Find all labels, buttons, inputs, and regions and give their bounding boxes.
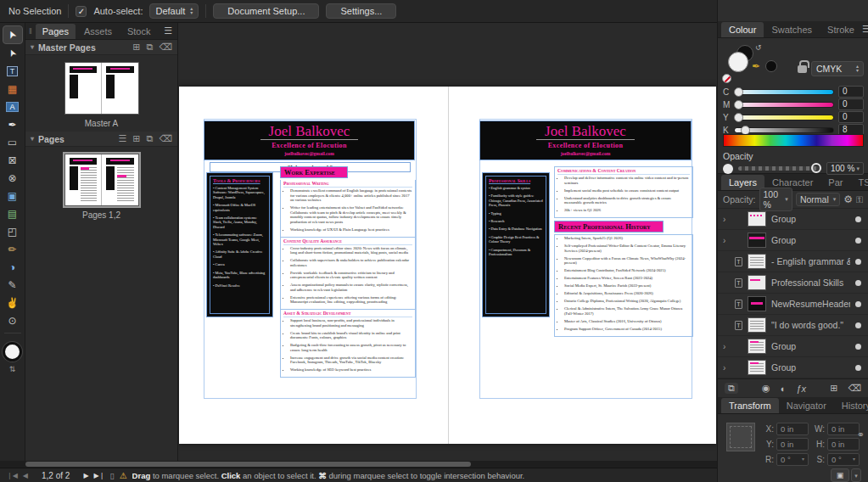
layer-row[interactable]: › T - English grammar & synta [718,251,868,272]
shear-input[interactable]: 0 °▾ [827,453,860,466]
rectangle-tool[interactable]: ▭ [3,133,23,151]
expand-chevron-icon[interactable]: › [723,342,730,351]
pages-section-header[interactable]: ▾ Pages ☰ ⊞ ⧉ ⌫ [25,132,177,147]
picture-frame-ellipse-tool[interactable]: ⊗ [3,169,23,187]
gear-icon[interactable]: ⚙ [843,193,853,205]
slider-value-field[interactable]: 0 [838,98,864,110]
tab-pages[interactable]: Pages [36,24,76,39]
tab-navigator[interactable]: Navigator [779,398,834,413]
document-canvas[interactable]: Joel Balkovec Excellence of Elocution jo… [178,23,717,461]
delete-layer-icon[interactable]: ⌫ [848,383,861,394]
tab-colour[interactable]: Colour [721,22,764,37]
frame-text-tool[interactable]: T [3,62,23,80]
layer-visibility-toggle[interactable] [855,322,861,328]
picked-colour-dot[interactable] [765,60,777,72]
lock-icon[interactable] [798,65,807,73]
slider-knob[interactable] [734,100,743,109]
layer-visibility-toggle[interactable] [855,301,861,307]
opacity-slider[interactable] [738,166,821,171]
opacity-value-dropdown[interactable]: 100 %▾ [826,162,864,175]
colour-mode-dropdown[interactable]: CMYK ▴▾ [811,61,864,76]
layer-visibility-toggle[interactable] [855,238,861,244]
bounds-mode-caret-icon[interactable]: ▾ [851,468,861,482]
layer-effects-icon[interactable]: ƒx [796,384,806,394]
move-tool[interactable]: ➤ [3,25,23,44]
add-master-icon[interactable]: ⊞ [132,42,140,53]
expand-chevron-icon[interactable]: › [723,215,730,224]
document-setup-button[interactable]: Document Setup... [213,3,319,19]
layer-row[interactable]: › T Group [718,209,868,230]
tab-transform[interactable]: Transform [721,398,779,413]
tab-paragraph[interactable]: Par [820,175,850,190]
last-page-button[interactable]: ▶❘ [94,472,105,479]
delete-page-icon[interactable]: ⌫ [159,133,172,144]
link-dimensions-icon[interactable]: ⚭ [857,429,865,440]
expand-chevron-icon[interactable]: › [723,363,730,373]
layer-row[interactable]: › T Group [718,230,868,251]
warning-icon[interactable]: ⚠ [120,471,127,480]
stock-image-tool[interactable]: ▤ [3,205,23,222]
spread-pages-1-2[interactable]: Joel Balkovec Excellence of Elocution jo… [179,87,716,444]
duplicate-page-icon[interactable]: ⧉ [147,133,154,144]
page1-header-frame[interactable]: Joel Balkovec Excellence of Elocution jo… [204,120,415,160]
artistic-text-tool[interactable]: A [3,98,23,115]
expand-chevron-icon[interactable]: › [723,236,730,245]
delete-master-icon[interactable]: ⌫ [159,42,172,53]
colour-spectrum-bar[interactable] [723,134,864,147]
tab-layers[interactable]: Layers [721,175,764,190]
slider-knob[interactable] [734,113,743,122]
preflight-page-icon[interactable]: ▯ [109,471,114,480]
disclosure-icon[interactable]: ▾ [31,43,34,51]
layer-row[interactable]: › T "I do words good." [718,315,868,336]
first-page-button[interactable]: ❘◀ [7,472,18,479]
tab-swatches[interactable]: Swatches [764,22,820,37]
insert-pages-icon[interactable]: ☰ [118,133,126,144]
slider-knob[interactable] [734,87,743,97]
node-tool[interactable]: ➤ [3,44,23,62]
layer-row[interactable]: › T Professional Skills [718,272,868,294]
tab-stroke[interactable]: Stroke [820,22,862,37]
opacity-swatch-icon[interactable] [723,164,733,174]
horizontal-scrollbar[interactable] [0,461,717,468]
y-input[interactable]: 0 in [776,438,809,451]
layer-visibility-toggle[interactable] [855,365,861,371]
page2-main-frame[interactable]: Communications & Content Creation Develo… [554,166,693,337]
page1-main-frame[interactable]: Work Expertise Professional Writing Demo… [280,166,416,378]
table-tool[interactable]: ▦ [3,80,23,98]
tab-history[interactable]: History [834,398,868,413]
master-pages-header[interactable]: ▾ Master Pages ⊞ ⧉ ⌫ [25,40,177,55]
duplicate-master-icon[interactable]: ⧉ [147,42,154,53]
auto-select-checkbox[interactable]: ✓ [76,6,87,17]
current-colour-swatch[interactable] [3,342,22,362]
new-layer-icon[interactable]: ⊞ [830,383,837,394]
layers-lock-icon[interactable]: ⚿ [856,194,863,205]
layer-row[interactable]: › T Group [718,336,868,357]
transparency-tool[interactable]: ◑ [3,258,23,276]
slider-track[interactable] [734,115,834,120]
panel-grip-icon[interactable]: ‖ [29,27,32,36]
layer-row[interactable]: › T Group [718,357,868,378]
next-page-button[interactable]: ▶ [83,472,88,479]
rotation-input[interactable]: 0 °▾ [776,453,809,466]
tab-stock[interactable]: Stock [120,24,158,39]
picture-frame-rectangle-tool[interactable]: ⊠ [3,151,23,169]
bounds-mode-button[interactable]: ▣ [831,468,849,482]
adjustment-layer-icon[interactable]: ◐ [781,384,787,394]
no-fill-icon[interactable] [722,74,731,83]
layer-visibility-toggle[interactable] [855,259,861,265]
edit-mask-icon[interactable]: ⧉ [725,383,738,394]
horizontal-scrollbar-thumb[interactable] [25,462,471,467]
settings-button[interactable]: Settings... [326,3,396,19]
eyedropper-icon[interactable]: ✒ [752,60,760,72]
layer-row[interactable]: › T NewResumeHeader.png [718,294,868,315]
pages-1-2-thumbnail[interactable] [64,154,139,206]
anchor-point-selector[interactable] [726,423,755,451]
page1-sidebar-frame[interactable]: Tools & Proficiencies Content Management… [206,172,273,317]
slider-value-field[interactable]: 0 [838,86,864,98]
layer-visibility-toggle[interactable] [855,344,861,350]
x-input[interactable]: 0 in [776,423,809,435]
tab-text-styles[interactable]: TSt [850,175,868,190]
layers-opacity-dropdown[interactable]: 100 %▾ [759,188,792,211]
view-tool[interactable]: ✌ [3,294,23,311]
prev-page-button[interactable]: ◀ [23,472,28,479]
